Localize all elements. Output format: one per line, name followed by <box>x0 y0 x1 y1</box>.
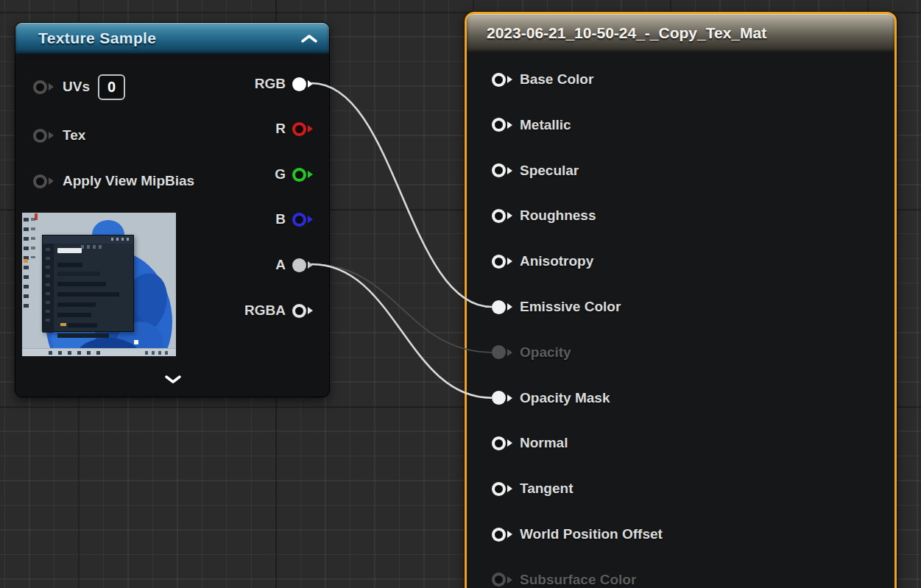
output-row-r: R <box>275 114 313 144</box>
pin-circle <box>492 345 506 359</box>
pin-arrow <box>49 83 54 91</box>
pin-arrow <box>308 307 313 314</box>
pin-output-r[interactable] <box>292 122 313 136</box>
pin-input-opacity[interactable] <box>492 345 512 359</box>
material-pin-label: Tangent <box>520 481 573 497</box>
output-row-rgb: RGB <box>255 69 313 99</box>
pin-input-metallic[interactable] <box>492 118 512 132</box>
input-row-apply-view-mipbias: Apply View MipBias <box>33 166 194 196</box>
material-pin-label: Normal <box>520 435 568 451</box>
pin-circle <box>292 122 306 136</box>
pin-input-uvs[interactable] <box>33 80 54 94</box>
pin-circle <box>33 129 47 143</box>
pin-input-opacity-mask[interactable] <box>492 391 512 405</box>
chevron-up-icon[interactable] <box>301 34 317 43</box>
pin-arrow <box>507 212 512 219</box>
output-pin-label: R <box>275 121 286 137</box>
pin-arrow <box>507 485 512 492</box>
preview-white-square <box>134 340 138 344</box>
pin-circle <box>492 300 506 314</box>
material-row-world-position-offset: World Position Offset <box>492 520 663 549</box>
texture-sample-header[interactable]: Texture Sample <box>15 23 329 54</box>
pin-arrow <box>49 132 54 139</box>
preview-list-row <box>57 282 106 286</box>
pin-output-a[interactable] <box>292 258 313 272</box>
texture-preview-thumbnail <box>22 213 176 356</box>
material-pin-label: Roughness <box>520 208 596 224</box>
pin-input-apply-view-mipbias[interactable] <box>33 174 54 188</box>
pin-arrow <box>507 531 512 538</box>
pin-arrow <box>308 125 313 132</box>
pin-circle <box>292 213 306 227</box>
pin-circle <box>292 304 306 318</box>
material-pin-label: Specular <box>520 163 579 179</box>
pin-circle <box>492 73 506 87</box>
material-row-normal: Normal <box>492 428 568 458</box>
output-pin-label: RGB <box>255 76 286 92</box>
material-pin-label: Anisotropy <box>520 253 593 269</box>
pin-arrow <box>507 121 512 129</box>
pin-output-b[interactable] <box>292 213 313 227</box>
pin-arrow <box>308 171 313 178</box>
pin-input-emissive-color[interactable] <box>492 300 512 314</box>
pin-input-base-color[interactable] <box>492 73 512 87</box>
preview-folder-icon <box>60 323 66 326</box>
pin-input-tangent[interactable] <box>492 482 512 496</box>
pin-circle <box>492 209 506 223</box>
preview-window-sidebar <box>43 244 54 333</box>
pin-arrow <box>507 349 512 356</box>
pin-circle <box>492 482 506 496</box>
material-pin-label: Emissive Color <box>520 299 621 315</box>
material-row-emissive-color: Emissive Color <box>492 292 621 322</box>
pin-output-g[interactable] <box>292 168 313 182</box>
preview-list-row <box>57 333 109 338</box>
input-row-uvs: UVs0 <box>33 72 125 102</box>
pin-output-rgba[interactable] <box>292 304 313 318</box>
material-pin-label: Opacity Mask <box>520 390 610 406</box>
material-header[interactable]: 2023-06-21_10-50-24_-_Copy_Tex_Mat <box>467 14 894 52</box>
preview-desktop-icon <box>24 259 28 263</box>
uvs-value-box[interactable]: 0 <box>98 74 125 100</box>
pin-input-tex[interactable] <box>33 129 54 143</box>
preview-taskbar <box>22 348 176 356</box>
pin-input-subsurface-color[interactable] <box>492 573 512 587</box>
pin-circle <box>492 118 506 132</box>
material-row-roughness: Roughness <box>492 201 596 230</box>
preview-desktop-icons-column <box>24 218 29 310</box>
output-row-b: B <box>275 205 313 234</box>
pin-circle <box>492 255 506 269</box>
graph-canvas[interactable]: Texture Sample UVs0TexApply View MipBias… <box>0 0 921 588</box>
material-row-opacity-mask: Opacity Mask <box>492 383 610 413</box>
pin-arrow <box>507 394 512 402</box>
pin-arrow <box>507 258 512 265</box>
pin-input-anisotropy[interactable] <box>492 255 512 269</box>
preview-search-bar <box>57 248 82 253</box>
pin-circle <box>492 573 506 587</box>
pin-circle <box>33 174 47 188</box>
material-pin-label: Metallic <box>520 117 571 133</box>
material-row-opacity: Opacity <box>492 338 571 367</box>
node-material-result[interactable]: 2023-06-21_10-50-24_-_Copy_Tex_Mat Base … <box>465 12 897 588</box>
material-pin-label: Base Color <box>520 71 593 88</box>
pin-input-world-position-offset[interactable] <box>492 528 512 542</box>
node-texture-sample[interactable]: Texture Sample UVs0TexApply View MipBias… <box>15 22 330 397</box>
input-pin-label: Apply View MipBias <box>63 173 194 189</box>
output-row-g: G <box>275 160 313 189</box>
output-pin-label: A <box>275 257 286 273</box>
preview-list-row <box>57 292 119 297</box>
output-row-a: A <box>275 250 313 280</box>
pin-arrow <box>507 303 512 311</box>
pin-circle <box>492 436 506 450</box>
chevron-down-icon[interactable] <box>165 375 181 384</box>
preview-app-window <box>42 235 134 332</box>
material-pin-label: Subsurface Color <box>520 572 636 588</box>
material-pin-label: Opacity <box>520 344 571 361</box>
pin-input-specular[interactable] <box>492 163 512 177</box>
preview-window-buttons <box>111 238 129 241</box>
preview-list-row <box>57 313 91 317</box>
output-row-rgba: RGBA <box>244 296 313 325</box>
pin-input-normal[interactable] <box>492 436 512 450</box>
pin-input-roughness[interactable] <box>492 209 512 223</box>
input-pin-label: UVs <box>63 79 90 95</box>
pin-output-rgb[interactable] <box>292 77 313 91</box>
